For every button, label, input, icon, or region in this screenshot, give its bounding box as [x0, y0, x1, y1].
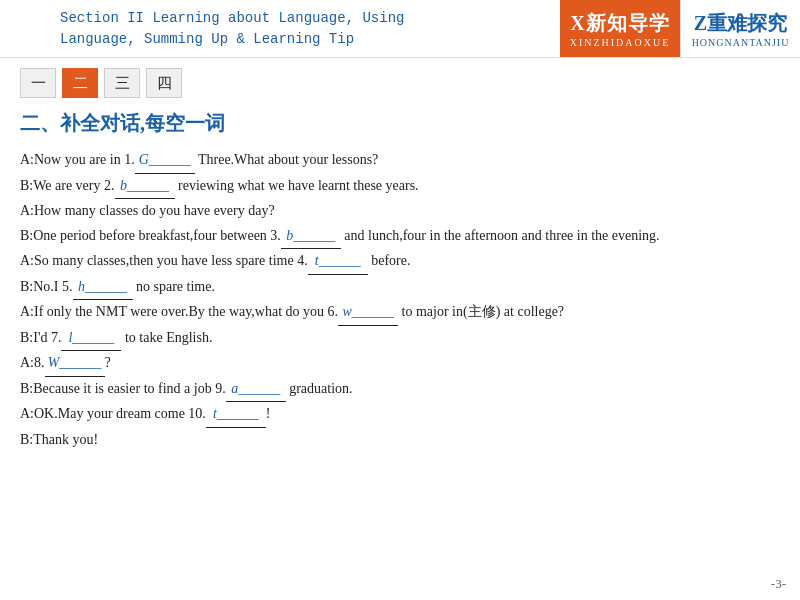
zhong-top-label: Z重难探究 [694, 10, 787, 37]
dialog-line-12: B:Thank you! [20, 428, 780, 453]
blank-1: G______ [135, 148, 195, 174]
blank-5: h______ [73, 275, 133, 301]
tab-1[interactable]: 一 [20, 68, 56, 98]
xin-top-label: X新知导学 [570, 10, 669, 37]
dialog-line-9: A:8.W______? [20, 351, 780, 377]
blank-3: b______ [281, 224, 341, 250]
tab-3[interactable]: 三 [104, 68, 140, 98]
main-content: 二、补全对话,每空一词 A:Now you are in 1.G______ T… [0, 98, 800, 462]
dialog-line-1: A:Now you are in 1.G______ Three.What ab… [20, 148, 780, 174]
blank-10: t______ [206, 402, 266, 428]
blank-4: t______ [308, 249, 368, 275]
blank-2: b______ [115, 174, 175, 200]
dialog-line-10: B:Because it is easier to find a job 9.a… [20, 377, 780, 403]
title-line1: Section II Learning about Language, Usin… [60, 8, 550, 29]
tab-2[interactable]: 二 [62, 68, 98, 98]
blank-7: l______ [61, 326, 121, 352]
dialog-line-4: B:One period before breakfast,four betwe… [20, 224, 780, 250]
xin-bottom-label: XINZHIDAOXUE [570, 37, 671, 48]
dialog-line-3: A:How many classes do you have every day… [20, 199, 780, 224]
dialog-line-2: B:We are very 2.b______ reviewing what w… [20, 174, 780, 200]
header-title: Section II Learning about Language, Usin… [0, 0, 560, 57]
header-zhong-block: Z重难探究 HONGNANTANJIU [680, 0, 800, 57]
dialog-line-5: A:So many classes,then you have less spa… [20, 249, 780, 275]
dialog-line-7: A:If only the NMT were over.By the way,w… [20, 300, 780, 326]
page-number: -3- [771, 576, 786, 592]
title-line2: Language, Summing Up & Learning Tip [60, 29, 550, 50]
blank-6: w______ [338, 300, 398, 326]
dialog-line-11: A:OK.May your dream come 10.t______! [20, 402, 780, 428]
tabs-row: 一 二 三 四 [0, 58, 800, 98]
tab-4[interactable]: 四 [146, 68, 182, 98]
dialog-line-8: B:I'd 7.l______ to take English. [20, 326, 780, 352]
blank-8: W______ [45, 351, 105, 377]
zhong-bottom-label: HONGNANTANJIU [692, 37, 790, 48]
blank-9: a______ [226, 377, 286, 403]
dialog-line-6: B:No.I 5.h______ no spare time. [20, 275, 780, 301]
header-xin-block: X新知导学 XINZHIDAOXUE [560, 0, 680, 57]
header: Section II Learning about Language, Usin… [0, 0, 800, 58]
section-title: 二、补全对话,每空一词 [20, 106, 780, 140]
